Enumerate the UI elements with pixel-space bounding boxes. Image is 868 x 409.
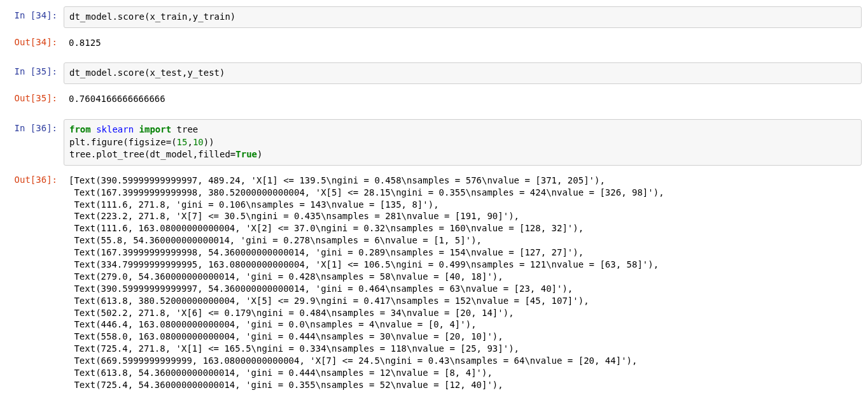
- code-input-area[interactable]: from sklearn import tree plt.figure(figs…: [64, 119, 862, 166]
- input-cell-36[interactable]: In [36]: from sklearn import tree plt.fi…: [0, 118, 868, 167]
- module-sklearn: sklearn: [91, 124, 139, 134]
- code-input-area[interactable]: dt_model.score(x_test,y_test): [64, 62, 862, 84]
- output-cell-34: Out[34]: 0.8125: [0, 32, 868, 54]
- cell-36: In [36]: from sklearn import tree plt.fi…: [0, 118, 868, 396]
- keyword-true: True: [235, 149, 257, 159]
- code-line-2-pre: plt.figure(figsize=(: [69, 137, 177, 147]
- code-content: dt_model.score(x_test,y_test): [69, 67, 856, 80]
- keyword-from: from: [69, 124, 91, 134]
- in-prompt: In [36]:: [6, 119, 64, 133]
- output-text: 0.7604166666666666: [69, 93, 857, 105]
- input-cell-34[interactable]: In [34]: dt_model.score(x_train,y_train): [0, 5, 868, 29]
- code-line-3-post: ): [257, 149, 262, 159]
- in-prompt: In [34]:: [6, 6, 64, 20]
- output-cell-36: Out[36]: [Text(390.59999999999997, 489.2…: [0, 169, 868, 396]
- code-line-2-post: )): [204, 137, 214, 147]
- number-15: 15: [177, 137, 188, 147]
- output-text: 0.8125: [69, 37, 857, 49]
- output-text-list: [Text(390.59999999999997, 489.24, 'X[1] …: [69, 175, 857, 391]
- out-prompt: Out[36]:: [6, 171, 64, 185]
- number-10: 10: [193, 137, 204, 147]
- in-prompt: In [35]:: [6, 62, 64, 76]
- output-cell-35: Out[35]: 0.7604166666666666: [0, 88, 868, 110]
- module-tree: tree: [171, 124, 198, 134]
- input-cell-35[interactable]: In [35]: dt_model.score(x_test,y_test): [0, 61, 868, 85]
- out-prompt: Out[35]:: [6, 89, 64, 103]
- out-prompt: Out[34]:: [6, 33, 64, 47]
- keyword-import: import: [139, 124, 172, 134]
- output-area: 0.7604166666666666: [64, 89, 862, 109]
- output-area: [Text(390.59999999999997, 489.24, 'X[1] …: [64, 171, 862, 395]
- code-content: from sklearn import tree plt.figure(figs…: [69, 124, 856, 161]
- cell-35: In [35]: dt_model.score(x_test,y_test) O…: [0, 61, 868, 110]
- code-input-area[interactable]: dt_model.score(x_train,y_train): [64, 6, 862, 28]
- code-content: dt_model.score(x_train,y_train): [69, 11, 856, 24]
- comma: ,: [187, 137, 192, 147]
- code-line-3-pre: tree.plot_tree(dt_model,filled=: [69, 149, 235, 159]
- cell-34: In [34]: dt_model.score(x_train,y_train)…: [0, 5, 868, 54]
- output-area: 0.8125: [64, 33, 862, 53]
